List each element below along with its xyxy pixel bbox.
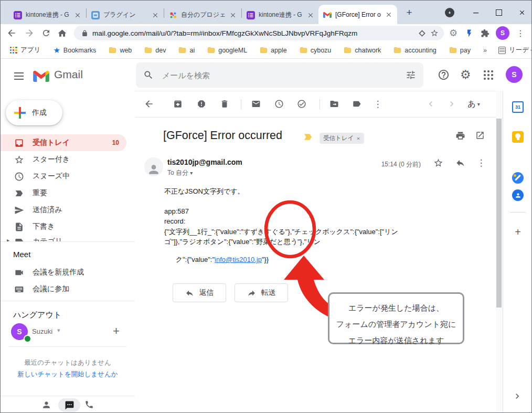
settings-gear-icon[interactable]: ⚙ [460, 68, 471, 82]
browser-tab-active[interactable]: [GForce] Error o [318, 5, 397, 24]
mark-unread-icon[interactable] [250, 98, 262, 110]
compose-button[interactable]: 作成 [6, 100, 62, 125]
new-hangout-button[interactable]: + [113, 324, 120, 338]
browser-tab-1[interactable]: kintone連携 - G [9, 6, 86, 24]
meet-join-meeting[interactable]: 会議に参加 [1, 281, 126, 298]
search-icon[interactable] [143, 70, 154, 80]
page-action-icon[interactable] [418, 29, 426, 37]
sidebar-item-snoozed[interactable]: スヌーズ中 [1, 168, 126, 185]
labels-icon[interactable] [350, 98, 363, 110]
bookmark-folder-googleml[interactable]: googleML [207, 46, 247, 54]
bookmarks-folder-root[interactable]: ★ Bookmarks [53, 46, 96, 55]
move-to-icon[interactable] [328, 98, 341, 110]
report-spam-icon[interactable] [195, 98, 208, 110]
calendar-icon[interactable]: 31 [512, 101, 524, 113]
extension-gear-icon[interactable]: ⚙ [448, 27, 459, 39]
google-apps-grid-icon[interactable] [484, 70, 493, 80]
window-close-button[interactable] [513, 1, 531, 24]
open-in-new-icon[interactable] [474, 129, 486, 142]
bookmarks-overflow-button[interactable]: » [483, 47, 487, 54]
search-input[interactable] [161, 70, 398, 80]
sidebar-item-inbox[interactable]: 受信トレイ 10 [1, 134, 126, 151]
add-to-tasks-icon[interactable] [295, 98, 308, 110]
new-tab-button[interactable]: + [403, 7, 415, 18]
bookmark-folder-web[interactable]: web [109, 46, 132, 54]
bookmark-folder-ai[interactable]: ai [178, 46, 195, 54]
bookmark-folder-accounting[interactable]: accounting [393, 46, 436, 54]
contacts-tab-icon[interactable] [41, 400, 51, 410]
browser-profile-avatar[interactable]: S [496, 26, 509, 40]
sidebar-item-starred[interactable]: スター付き [1, 151, 126, 168]
browser-tab-3[interactable]: 自分のプロジェクト [164, 6, 241, 24]
meet-new-meeting[interactable]: 会議を新規作成 [1, 264, 126, 281]
browser-tab-2[interactable]: プラグイン [87, 6, 164, 24]
older-conversation-icon[interactable] [445, 98, 458, 110]
archive-icon[interactable] [172, 98, 184, 110]
address-bar[interactable]: mail.google.com/mail/u/0/?tab=rm#inbox/F… [74, 26, 444, 40]
home-button[interactable] [56, 27, 68, 39]
scrollbar-thumb[interactable] [496, 119, 502, 308]
remove-label-icon[interactable] [356, 136, 360, 141]
browser-menu-icon[interactable]: ⋮ [515, 27, 526, 39]
tab-close-icon[interactable] [152, 12, 159, 19]
extension-bolt-icon[interactable] [463, 27, 475, 39]
window-maximize-button[interactable] [490, 1, 508, 24]
more-options-icon[interactable]: ⋮ [371, 98, 384, 110]
message-more-icon[interactable]: ⋮ [475, 156, 487, 169]
get-addons-button[interactable]: + [512, 226, 524, 238]
tab-close-icon[interactable] [385, 11, 392, 18]
forward-button[interactable]: 転送 [235, 283, 288, 302]
hangouts-tab-active[interactable] [58, 398, 80, 412]
email-address-link[interactable]: info@tis2010.jp [215, 256, 262, 263]
bookmark-folder-apple[interactable]: apple [260, 46, 287, 54]
back-to-inbox-icon[interactable] [143, 98, 155, 110]
forward-button[interactable] [24, 27, 35, 39]
window-minimize-button[interactable]: – [466, 1, 485, 24]
reply-icon[interactable] [454, 156, 466, 169]
reading-list-button[interactable]: リーディング リスト [498, 46, 532, 55]
sidebar-item-categories-clipped[interactable]: ▸ カテゴリ [1, 233, 135, 241]
bookmark-star-icon[interactable] [430, 29, 439, 37]
newer-conversation-icon[interactable] [424, 98, 437, 110]
tab-close-icon[interactable] [307, 12, 314, 19]
bookmark-folder-chatwork[interactable]: chatwork [344, 46, 381, 54]
refresh-button[interactable] [40, 27, 52, 39]
delete-icon[interactable] [218, 98, 231, 110]
sidebar-item-important[interactable]: 重要 [1, 185, 126, 202]
inbox-label-chip[interactable]: 受信トレイ [320, 133, 364, 144]
sender-avatar[interactable] [144, 157, 163, 176]
collapse-panel-chevron-icon[interactable] [512, 391, 523, 401]
star-email-icon[interactable] [432, 156, 444, 169]
apps-shortcut[interactable]: アプリ [10, 46, 40, 55]
recipient-line[interactable]: To 自分 ▾ [167, 168, 193, 177]
start-chat-link[interactable]: 新しいチャットを開始しませんか [1, 370, 135, 379]
bookmark-folder-cybozu[interactable]: cybozu [300, 46, 332, 54]
hangout-user-row[interactable]: S Suzuki ▾ + [1, 323, 135, 342]
extensions-puzzle-icon[interactable] [479, 27, 491, 39]
bookmark-folder-pay[interactable]: pay [449, 46, 471, 54]
download-status-icon[interactable] [445, 8, 454, 17]
bookmark-folder-dev[interactable]: dev [144, 46, 166, 54]
keep-icon[interactable] [512, 131, 524, 143]
help-icon[interactable] [438, 69, 450, 81]
sidebar-item-categories[interactable]: カテゴリ [1, 233, 126, 241]
contacts-icon[interactable] [512, 189, 524, 201]
browser-tab-4[interactable]: kintone連携 - G [242, 6, 319, 24]
back-button[interactable] [6, 27, 17, 39]
search-options-icon[interactable] [406, 70, 416, 80]
tab-close-icon[interactable] [74, 12, 81, 19]
main-menu-icon[interactable] [14, 70, 24, 82]
chevron-down-icon[interactable]: ▾ [57, 327, 60, 334]
calls-tab-icon[interactable] [84, 400, 94, 409]
print-icon[interactable] [454, 129, 466, 142]
main-scrollbar[interactable] [496, 91, 503, 413]
tab-close-icon[interactable] [229, 12, 237, 19]
gmail-account-avatar[interactable]: S [506, 66, 523, 83]
reply-button[interactable]: 返信 [173, 283, 226, 302]
sidebar-item-sent[interactable]: 送信済み [1, 202, 126, 218]
snooze-icon[interactable] [273, 98, 285, 110]
tasks-icon[interactable] [512, 172, 524, 184]
compose-label: 作成 [32, 108, 47, 118]
important-marker-icon[interactable] [303, 132, 313, 142]
input-tools-button[interactable]: あ ▾ [464, 98, 483, 110]
